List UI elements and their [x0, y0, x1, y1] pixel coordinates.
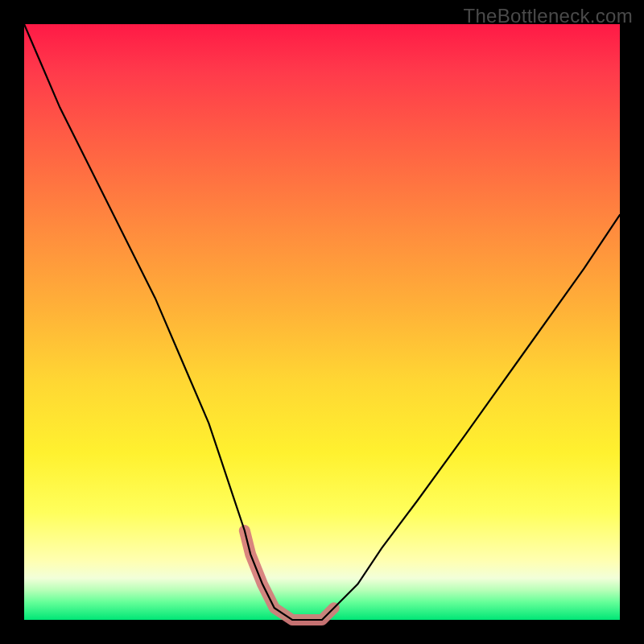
bottleneck-curve — [24, 24, 620, 620]
chart-svg — [24, 24, 620, 620]
plot-area — [24, 24, 620, 620]
chart-frame: TheBottleneck.com — [0, 0, 644, 644]
